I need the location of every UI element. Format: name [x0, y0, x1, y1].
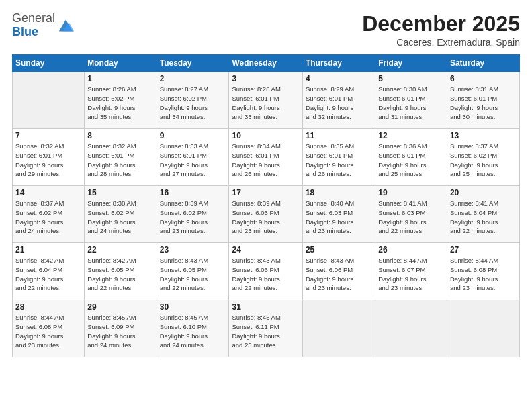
weekday-row: SundayMondayTuesdayWednesdayThursdayFrid…: [13, 55, 520, 72]
day-info: Sunrise: 8:45 AMSunset: 6:10 PMDaylight:…: [160, 313, 226, 350]
day-number: 22: [87, 245, 153, 255]
calendar-cell: [13, 72, 85, 129]
day-info: Sunrise: 8:29 AMSunset: 6:01 PMDaylight:…: [306, 85, 372, 122]
week-row-1: 1Sunrise: 8:26 AMSunset: 6:02 PMDaylight…: [13, 72, 520, 129]
day-number: 26: [378, 245, 444, 255]
day-info: Sunrise: 8:43 AMSunset: 6:06 PMDaylight:…: [306, 256, 372, 293]
weekday-header-saturday: Saturday: [447, 55, 519, 72]
location: Caceres, Extremadura, Spain: [362, 37, 520, 48]
calendar-cell: 18Sunrise: 8:40 AMSunset: 6:03 PMDayligh…: [302, 186, 375, 243]
calendar-cell: 12Sunrise: 8:36 AMSunset: 6:01 PMDayligh…: [375, 129, 447, 186]
calendar-cell: 17Sunrise: 8:39 AMSunset: 6:03 PMDayligh…: [229, 186, 302, 243]
day-number: 3: [232, 74, 299, 83]
day-number: 28: [15, 302, 81, 312]
weekday-header-tuesday: Tuesday: [157, 55, 229, 72]
day-info: Sunrise: 8:39 AMSunset: 6:03 PMDaylight:…: [232, 199, 299, 236]
day-info: Sunrise: 8:44 AMSunset: 6:08 PMDaylight:…: [450, 256, 517, 293]
calendar-cell: 20Sunrise: 8:41 AMSunset: 6:04 PMDayligh…: [447, 186, 519, 243]
day-number: 23: [160, 245, 226, 255]
day-info: Sunrise: 8:37 AMSunset: 6:02 PMDaylight:…: [15, 199, 81, 236]
day-number: 2: [160, 74, 226, 83]
week-row-3: 14Sunrise: 8:37 AMSunset: 6:02 PMDayligh…: [13, 186, 520, 243]
calendar-cell: 9Sunrise: 8:33 AMSunset: 6:01 PMDaylight…: [157, 129, 229, 186]
day-number: 25: [306, 245, 372, 255]
day-info: Sunrise: 8:42 AMSunset: 6:05 PMDaylight:…: [87, 256, 153, 293]
day-info: Sunrise: 8:26 AMSunset: 6:02 PMDaylight:…: [87, 85, 153, 122]
day-number: 19: [378, 188, 444, 197]
day-number: 20: [450, 188, 517, 197]
title-block: December 2025 Caceres, Extremadura, Spai…: [362, 12, 520, 48]
day-info: Sunrise: 8:36 AMSunset: 6:01 PMDaylight:…: [378, 142, 444, 179]
calendar-cell: 26Sunrise: 8:44 AMSunset: 6:07 PMDayligh…: [375, 243, 447, 300]
calendar-cell: 31Sunrise: 8:45 AMSunset: 6:11 PMDayligh…: [229, 300, 302, 357]
calendar-cell: 10Sunrise: 8:34 AMSunset: 6:01 PMDayligh…: [229, 129, 302, 186]
calendar-cell: 24Sunrise: 8:43 AMSunset: 6:06 PMDayligh…: [229, 243, 302, 300]
day-number: 10: [232, 131, 299, 140]
calendar-cell: 13Sunrise: 8:37 AMSunset: 6:02 PMDayligh…: [447, 129, 519, 186]
day-info: Sunrise: 8:33 AMSunset: 6:01 PMDaylight:…: [160, 142, 226, 179]
calendar-cell: 11Sunrise: 8:35 AMSunset: 6:01 PMDayligh…: [302, 129, 375, 186]
day-number: 1: [87, 74, 153, 83]
day-info: Sunrise: 8:30 AMSunset: 6:01 PMDaylight:…: [378, 85, 444, 122]
day-number: 14: [15, 188, 81, 197]
calendar-cell: 22Sunrise: 8:42 AMSunset: 6:05 PMDayligh…: [85, 243, 157, 300]
day-info: Sunrise: 8:32 AMSunset: 6:01 PMDaylight:…: [87, 142, 153, 179]
calendar-cell: 3Sunrise: 8:28 AMSunset: 6:01 PMDaylight…: [229, 72, 302, 129]
day-number: 29: [87, 302, 153, 312]
calendar-cell: [375, 300, 447, 357]
weekday-header-wednesday: Wednesday: [229, 55, 302, 72]
day-info: Sunrise: 8:44 AMSunset: 6:07 PMDaylight:…: [378, 256, 444, 293]
day-number: 13: [450, 131, 517, 140]
day-info: Sunrise: 8:45 AMSunset: 6:11 PMDaylight:…: [232, 313, 299, 350]
day-info: Sunrise: 8:39 AMSunset: 6:02 PMDaylight:…: [160, 199, 226, 236]
day-number: 15: [87, 188, 153, 197]
day-number: 4: [306, 74, 372, 83]
calendar-cell: 7Sunrise: 8:32 AMSunset: 6:01 PMDaylight…: [13, 129, 85, 186]
weekday-header-monday: Monday: [85, 55, 157, 72]
day-number: 21: [15, 245, 81, 255]
page: General Blue December 2025 Caceres, Extr…: [0, 0, 532, 411]
calendar-cell: 1Sunrise: 8:26 AMSunset: 6:02 PMDaylight…: [85, 72, 157, 129]
day-info: Sunrise: 8:28 AMSunset: 6:01 PMDaylight:…: [232, 85, 299, 122]
calendar-cell: 8Sunrise: 8:32 AMSunset: 6:01 PMDaylight…: [85, 129, 157, 186]
weekday-header-sunday: Sunday: [13, 55, 85, 72]
calendar-cell: 25Sunrise: 8:43 AMSunset: 6:06 PMDayligh…: [302, 243, 375, 300]
logo: General Blue: [12, 12, 75, 39]
calendar-cell: [302, 300, 375, 357]
day-info: Sunrise: 8:44 AMSunset: 6:08 PMDaylight:…: [15, 313, 81, 350]
day-number: 9: [160, 131, 226, 140]
day-number: 17: [232, 188, 299, 197]
calendar-cell: 14Sunrise: 8:37 AMSunset: 6:02 PMDayligh…: [13, 186, 85, 243]
calendar-cell: 2Sunrise: 8:27 AMSunset: 6:02 PMDaylight…: [157, 72, 229, 129]
calendar-cell: 23Sunrise: 8:43 AMSunset: 6:05 PMDayligh…: [157, 243, 229, 300]
week-row-4: 21Sunrise: 8:42 AMSunset: 6:04 PMDayligh…: [13, 243, 520, 300]
day-info: Sunrise: 8:35 AMSunset: 6:01 PMDaylight:…: [306, 142, 372, 179]
day-info: Sunrise: 8:27 AMSunset: 6:02 PMDaylight:…: [160, 85, 226, 122]
day-number: 30: [160, 302, 226, 312]
day-number: 7: [15, 131, 81, 140]
calendar-cell: 28Sunrise: 8:44 AMSunset: 6:08 PMDayligh…: [13, 300, 85, 357]
calendar-header: SundayMondayTuesdayWednesdayThursdayFrid…: [13, 55, 520, 72]
day-info: Sunrise: 8:43 AMSunset: 6:05 PMDaylight:…: [160, 256, 226, 293]
calendar-cell: [447, 300, 519, 357]
day-info: Sunrise: 8:43 AMSunset: 6:06 PMDaylight:…: [232, 256, 299, 293]
calendar: SundayMondayTuesdayWednesdayThursdayFrid…: [12, 54, 520, 357]
week-row-5: 28Sunrise: 8:44 AMSunset: 6:08 PMDayligh…: [13, 300, 520, 357]
calendar-body: 1Sunrise: 8:26 AMSunset: 6:02 PMDaylight…: [13, 72, 520, 357]
day-number: 18: [306, 188, 372, 197]
calendar-cell: 30Sunrise: 8:45 AMSunset: 6:10 PMDayligh…: [157, 300, 229, 357]
day-info: Sunrise: 8:37 AMSunset: 6:02 PMDaylight:…: [450, 142, 517, 179]
day-number: 5: [378, 74, 444, 83]
logo-general-text: General: [12, 11, 55, 25]
weekday-header-thursday: Thursday: [302, 55, 375, 72]
day-info: Sunrise: 8:42 AMSunset: 6:04 PMDaylight:…: [15, 256, 81, 293]
day-info: Sunrise: 8:40 AMSunset: 6:03 PMDaylight:…: [306, 199, 372, 236]
calendar-cell: 4Sunrise: 8:29 AMSunset: 6:01 PMDaylight…: [302, 72, 375, 129]
day-number: 24: [232, 245, 299, 255]
day-number: 6: [450, 74, 517, 83]
calendar-cell: 29Sunrise: 8:45 AMSunset: 6:09 PMDayligh…: [85, 300, 157, 357]
calendar-cell: 19Sunrise: 8:41 AMSunset: 6:03 PMDayligh…: [375, 186, 447, 243]
day-number: 16: [160, 188, 226, 197]
day-info: Sunrise: 8:45 AMSunset: 6:09 PMDaylight:…: [87, 313, 153, 350]
day-info: Sunrise: 8:41 AMSunset: 6:04 PMDaylight:…: [450, 199, 517, 236]
